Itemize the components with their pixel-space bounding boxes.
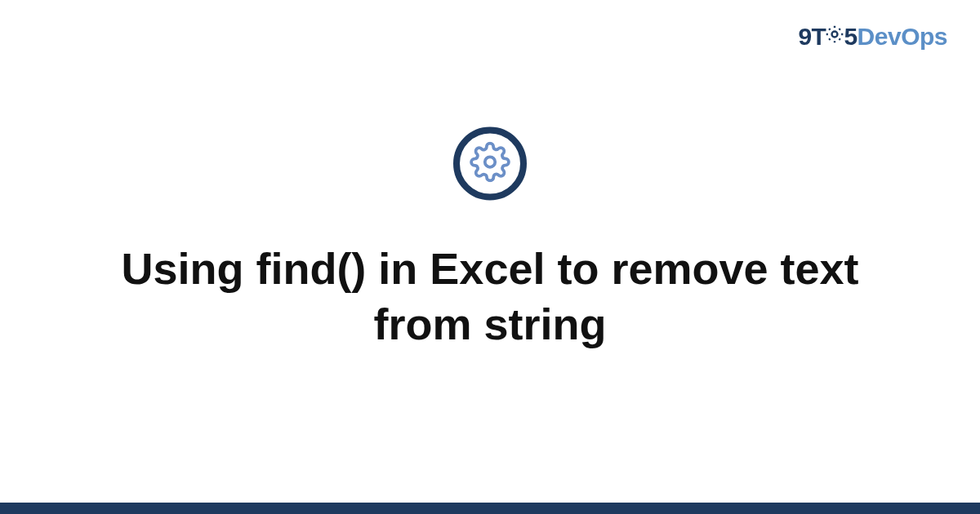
logo-text-3: DevOps (858, 23, 947, 50)
main-content: Using find() in Excel to remove text fro… (0, 127, 980, 352)
page-title: Using find() in Excel to remove text fro… (98, 241, 882, 352)
hero-icon-circle (453, 127, 527, 201)
logo-text-1: 9T (798, 23, 826, 50)
logo-gear-icon (824, 23, 845, 51)
footer-accent-bar (0, 503, 980, 514)
logo-text-2: 5 (844, 23, 857, 50)
gear-icon (470, 142, 510, 186)
site-logo: 9T5DevOps (798, 23, 947, 52)
svg-point-0 (832, 32, 838, 38)
